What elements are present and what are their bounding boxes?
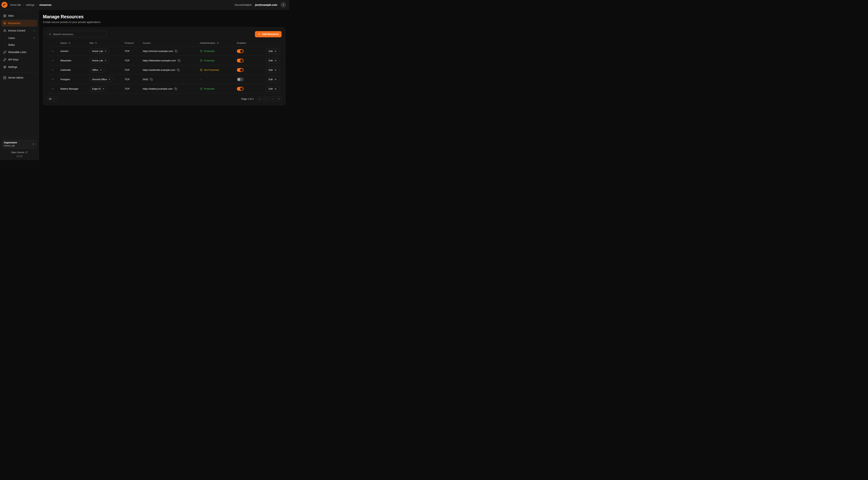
arrow-right-icon (274, 69, 277, 71)
edit-button[interactable]: Edit (266, 77, 279, 82)
resource-name: Bitwarden (58, 59, 87, 62)
sidebar-item-roles[interactable]: Roles (6, 41, 37, 48)
auth-status-label: Protected (204, 87, 214, 90)
enabled-toggle[interactable] (237, 87, 244, 91)
site-name: Second Office (92, 78, 107, 81)
sidebar-item-server-admin[interactable]: Server Admin (1, 74, 37, 81)
site-link[interactable]: Office (89, 67, 104, 72)
sidebar-item-users[interactable]: Users (6, 35, 37, 41)
edit-label: Edit (269, 87, 273, 90)
add-resource-label: Add Resource (262, 33, 279, 35)
column-header-site: Site (89, 41, 94, 44)
resource-name: Authentik (58, 69, 87, 71)
sidebar-item-api-keys[interactable]: API Keys (1, 56, 37, 63)
next-page-button[interactable] (270, 96, 275, 101)
sites-icon (3, 14, 6, 18)
sidebar-item-label: Server Admin (8, 76, 23, 79)
chevron-right-icon (33, 36, 35, 39)
enabled-toggle[interactable] (237, 59, 244, 62)
enabled-toggle[interactable] (237, 68, 244, 72)
copy-button[interactable] (177, 59, 181, 62)
column-header-access: Access (143, 41, 151, 44)
edit-button[interactable]: Edit (266, 49, 279, 54)
sort-icon (95, 42, 97, 44)
page-info: Page 1 of 1 (241, 97, 254, 100)
row-actions-button[interactable] (51, 68, 55, 72)
shield-off-icon (200, 69, 203, 71)
shield-check-icon (200, 50, 203, 53)
enabled-toggle[interactable] (237, 49, 244, 53)
sidebar-footer: Organization Home Lab Open Source v1.3.0 (0, 138, 39, 160)
site-link[interactable]: Edge 01 (89, 86, 107, 91)
documentation-link[interactable]: Documentation (235, 3, 252, 6)
avatar[interactable]: J (280, 2, 286, 8)
users-icon (3, 29, 6, 32)
breadcrumb-separator-icon (36, 4, 38, 6)
resource-name: Postgres (58, 78, 87, 81)
auth-status: Protected (197, 87, 235, 90)
table-row: Bitwarden Home Lab TCP https://bitwarden… (47, 56, 282, 65)
main-content: Manage Resources Create secure proxies t… (39, 10, 289, 160)
ellipsis-icon (51, 78, 54, 81)
sidebar-item-access-control[interactable]: Access Control (1, 27, 37, 34)
user-email[interactable]: joe@example.com (255, 3, 277, 6)
copy-button[interactable] (150, 78, 153, 81)
last-page-button[interactable] (277, 96, 282, 101)
arrow-right-icon (274, 59, 277, 62)
ellipsis-icon (51, 69, 54, 71)
sort-by-site[interactable]: Site (89, 41, 97, 44)
copy-button[interactable] (177, 68, 180, 72)
site-link[interactable]: Second Office (89, 77, 113, 82)
organization-selector[interactable]: Organization Home Lab (2, 140, 37, 148)
column-header-authentication: Authentication (200, 41, 215, 44)
site-name: Home Lab (92, 59, 103, 62)
enabled-toggle[interactable] (237, 78, 244, 81)
chevron-left-icon (265, 98, 267, 100)
sidebar-item-sites[interactable]: Sites (1, 12, 37, 19)
row-actions-button[interactable] (51, 58, 55, 63)
card-toolbar: Add Resource (47, 31, 282, 37)
toggle-knob (240, 87, 243, 90)
sidebar-item-settings[interactable]: Settings (1, 63, 37, 70)
breadcrumb-org[interactable]: home-lab (10, 3, 21, 6)
link-icon (3, 51, 6, 54)
access-control-subnav: Users Roles (5, 35, 37, 48)
row-actions-button[interactable] (51, 77, 55, 82)
resource-protocol: TCP (123, 69, 141, 71)
copy-icon (177, 69, 180, 71)
shield-check-icon (200, 59, 203, 62)
copy-button[interactable] (175, 50, 178, 53)
site-name: Office (92, 69, 98, 71)
site-link[interactable]: Home Lab (89, 49, 109, 54)
sidebar-divider (2, 72, 37, 72)
auth-status-label: Protected (204, 50, 214, 53)
resource-protocol: TCP (123, 50, 141, 53)
arrow-right-icon (274, 78, 277, 81)
copy-button[interactable] (174, 87, 178, 90)
resource-access-url: https://authentik.example.com (143, 69, 175, 71)
breadcrumb: home-lab settings resources (10, 3, 52, 6)
previous-page-button[interactable] (264, 96, 269, 101)
sidebar-item-shareable-links[interactable]: Shareable Links (1, 49, 37, 56)
add-resource-button[interactable]: Add Resource (255, 31, 282, 37)
edit-button[interactable]: Edit (266, 86, 279, 92)
sort-by-name[interactable]: Name (60, 41, 70, 44)
edit-button[interactable]: Edit (266, 67, 279, 73)
sort-by-authentication[interactable]: Authentication (200, 41, 219, 44)
row-actions-button[interactable] (51, 87, 55, 91)
site-link[interactable]: Home Lab (89, 58, 109, 63)
app-logo[interactable] (1, 2, 7, 8)
organization-value: Home Lab (4, 144, 17, 147)
open-source-link[interactable]: Open Source (2, 151, 37, 154)
row-actions-button[interactable] (51, 49, 55, 53)
breadcrumb-settings[interactable]: settings (26, 3, 34, 6)
gear-icon (3, 65, 6, 69)
edit-button[interactable]: Edit (266, 58, 279, 63)
first-page-button[interactable] (257, 96, 262, 101)
sidebar-item-resources[interactable]: Resources (1, 20, 37, 27)
pagination: Page 1 of 1 (241, 96, 282, 101)
auth-status-label: - (200, 78, 201, 81)
search-input[interactable] (47, 31, 106, 37)
plus-icon (258, 33, 260, 35)
rows-per-page-select[interactable]: 20 (47, 96, 58, 101)
